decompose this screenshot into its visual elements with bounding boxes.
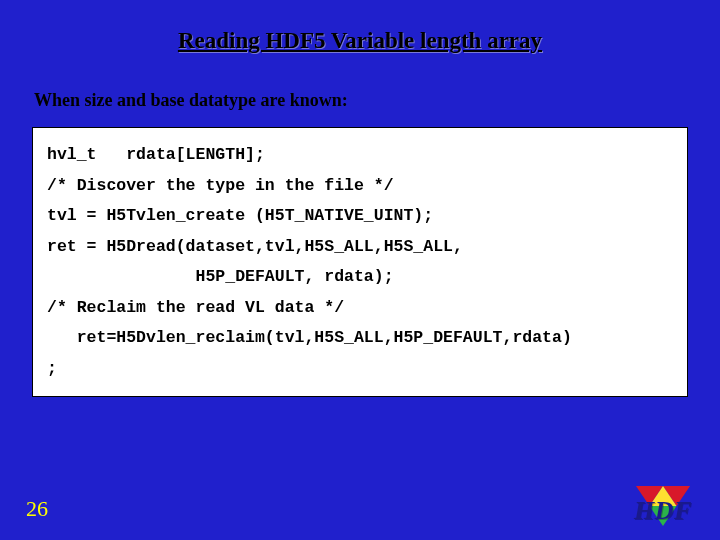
code-block: hvl_t rdata[LENGTH]; /* Discover the typ… (32, 127, 688, 397)
slide-subhead: When size and base datatype are known: (34, 90, 688, 111)
hdf-logo-text: HDF (628, 496, 698, 526)
slide: Reading HDF5 Variable length array When … (0, 0, 720, 540)
page-number: 26 (26, 496, 48, 522)
slide-title: Reading HDF5 Variable length array (32, 28, 688, 54)
